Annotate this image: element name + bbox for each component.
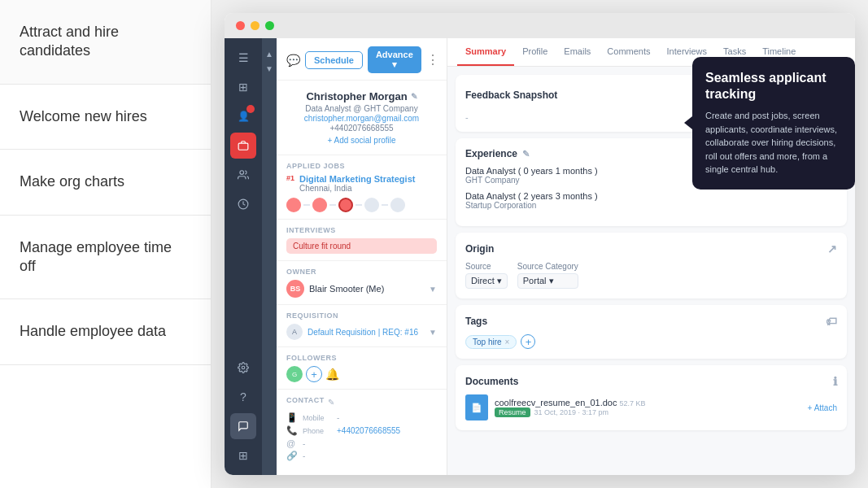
add-follower-button[interactable]: + <box>306 366 322 382</box>
tag-row: Top hire × + <box>465 334 837 349</box>
browser-dot-yellow[interactable] <box>251 21 260 30</box>
job-title[interactable]: Digital Marketing Strategist <box>299 174 415 184</box>
stage-line-2 <box>329 204 336 206</box>
tab-profile[interactable]: Profile <box>514 38 556 66</box>
phone-icon: 📞 <box>286 425 298 436</box>
nav-item-timeoff[interactable]: Manage employee time off <box>0 216 211 300</box>
panel-menu-icon[interactable]: ⋮ <box>426 52 439 68</box>
add-tag-button[interactable]: + <box>521 334 535 349</box>
sidebar-icon-user[interactable]: 👤 <box>230 103 256 129</box>
interview-badge: Culture fit round <box>286 238 437 254</box>
nav-item-welcome[interactable]: Welcome new hires <box>0 85 211 150</box>
sidebar-icon-clock[interactable] <box>230 191 256 217</box>
sidebar-icon-chat[interactable] <box>230 413 256 439</box>
documents-card: Documents ℹ 📄 coolfreecv_resume_en_01.do… <box>456 365 847 430</box>
at-icon: @ <box>286 438 298 448</box>
sidebar-icon-briefcase[interactable] <box>230 133 256 159</box>
nav-item-attract[interactable]: Attract and hire candidates <box>0 0 211 85</box>
schedule-button[interactable]: Schedule <box>305 51 363 69</box>
req-dropdown-arrow[interactable]: ▼ <box>429 328 437 337</box>
documents-title: Documents ℹ <box>465 375 837 388</box>
doc-badge: Resume <box>495 407 530 417</box>
tab-comments[interactable]: Comments <box>599 38 658 66</box>
sidebar-badge <box>246 105 255 113</box>
sidebar-icon-menu[interactable]: ☰ <box>230 45 256 71</box>
origin-source-dropdown[interactable]: Direct ▾ <box>465 273 508 289</box>
candidate-email[interactable]: christopher.morgan@gmail.com <box>286 114 437 123</box>
browser-dot-green[interactable] <box>265 21 274 30</box>
sidebar-icon-people[interactable] <box>230 162 256 188</box>
advance-button[interactable]: Advance ▾ <box>368 46 421 73</box>
applied-jobs-label: APPLIED JOBS <box>286 162 437 170</box>
origin-category: Source Category Portal ▾ <box>517 262 578 289</box>
doc-row: 📄 coolfreecv_resume_en_01.doc 52.7 KB Re… <box>465 394 837 420</box>
sidebar-icon-settings[interactable] <box>230 355 256 381</box>
doc-size: 52.7 KB <box>620 399 646 407</box>
req-icon: A <box>286 324 303 340</box>
phone-value: +4402076668555 <box>337 426 400 435</box>
experience-edit-icon[interactable]: ✎ <box>522 149 530 159</box>
contact-row-mobile: 📱 Mobile - <box>286 412 437 423</box>
svg-rect-0 <box>238 143 248 150</box>
origin-card: Origin ↗ Source Direct ▾ Source <box>456 233 847 298</box>
bell-icon[interactable]: 🔔 <box>325 368 339 381</box>
stage-dots <box>286 198 437 212</box>
tab-emails[interactable]: Emails <box>556 38 599 66</box>
attach-button[interactable]: + Attach <box>808 403 837 412</box>
origin-category-label: Source Category <box>517 262 578 271</box>
browser-titlebar <box>225 13 855 38</box>
owner-row: BS Blair Smooter (Me) ▼ <box>286 280 437 298</box>
contact-edit-icon[interactable]: ✎ <box>328 398 334 407</box>
nav-arrow-up[interactable]: ▲ <box>264 48 275 59</box>
tags-edit-icon[interactable]: 🏷 <box>826 315 837 328</box>
req-row: A Default Requisition | REQ: #16 ▼ <box>286 324 437 340</box>
sidebar-icon-help[interactable]: ? <box>230 384 256 410</box>
job-location: Chennai, India <box>299 184 415 193</box>
tags-card: Tags 🏷 Top hire × + <box>456 305 847 359</box>
stage-dot-5 <box>390 198 405 212</box>
browser-dot-red[interactable] <box>236 21 245 30</box>
exp-company-1: Startup Corporation <box>465 201 837 210</box>
owner-name: Blair Smooter (Me) <box>309 284 384 294</box>
sidebar-icon-apps[interactable]: ⊞ <box>230 442 256 468</box>
req-name[interactable]: Default Requisition | REQ: #16 <box>308 328 418 337</box>
tag-remove-0[interactable]: × <box>505 338 510 346</box>
contact-label: CONTACT <box>286 396 325 404</box>
sidebar-icon-grid[interactable]: ⊞ <box>230 74 256 100</box>
svg-point-3 <box>242 366 245 369</box>
follower-avatar: G <box>286 366 303 382</box>
nav-item-employee[interactable]: Handle employee data <box>0 299 211 364</box>
chat-icon[interactable]: 💬 <box>286 54 300 67</box>
applied-jobs-section: APPLIED JOBS #1 Digital Marketing Strate… <box>277 155 447 220</box>
candidate-info: Christopher Morgan ✎ Data Analyst @ GHT … <box>277 81 447 155</box>
owner-label: OWNER <box>286 268 437 276</box>
owner-dropdown-arrow[interactable]: ▼ <box>429 285 437 294</box>
tab-summary[interactable]: Summary <box>457 38 514 66</box>
owner-avatar: BS <box>286 280 304 298</box>
nav-arrows: ▲ ▼ <box>262 38 277 475</box>
stage-dot-4 <box>364 198 379 212</box>
job-number: #1 <box>286 174 294 182</box>
edit-icon[interactable]: ✎ <box>411 92 417 101</box>
panel-header: 💬 Schedule Advance ▾ ⋮ <box>277 38 447 81</box>
add-social-link[interactable]: + Add social profile <box>286 136 437 145</box>
followers-row: G + 🔔 <box>286 366 437 382</box>
origin-category-dropdown[interactable]: Portal ▾ <box>517 273 578 289</box>
followers-section: FOLLOWERS G + 🔔 <box>277 347 447 390</box>
mobile-value: - <box>337 413 339 422</box>
contact-dash-2: - <box>303 451 305 460</box>
nav-item-orgcharts[interactable]: Make org charts <box>0 150 211 215</box>
documents-info-icon: ℹ <box>833 375 837 388</box>
candidate-panel: 💬 Schedule Advance ▾ ⋮ Christopher Morga… <box>277 38 447 475</box>
candidate-phone: +4402076668555 <box>286 124 437 133</box>
interviews-label: INTERVIEWS <box>286 226 437 234</box>
tooltip-title: Seamless applicant tracking <box>705 70 842 102</box>
tags-title: Tags 🏷 <box>465 315 837 328</box>
svg-point-1 <box>240 171 244 175</box>
doc-name: coolfreecv_resume_en_01.doc 52.7 KB <box>495 398 801 407</box>
stage-dot-3 <box>338 198 353 212</box>
doc-info: coolfreecv_resume_en_01.doc 52.7 KB Resu… <box>495 398 801 417</box>
nav-arrow-down[interactable]: ▼ <box>264 63 275 74</box>
stage-dot-2 <box>312 198 327 212</box>
contact-label-row: CONTACT ✎ <box>286 396 437 408</box>
